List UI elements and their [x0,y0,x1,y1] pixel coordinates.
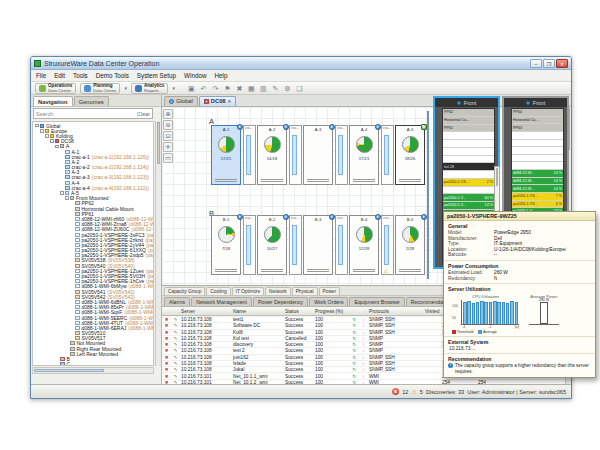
sidebar-tab-genomes[interactable]: Genomes [74,96,109,106]
edit-icon[interactable]: ✎ [171,355,180,360]
crac-unit[interactable]: cra... [243,125,256,185]
crac-unit[interactable]: cra... [381,125,394,185]
rack-slot-pa2050-1-v[interactable]: pa2050-1-V...60 % [443,194,494,202]
warning-icon[interactable]: ⚠ [411,388,416,395]
close-button[interactable]: ✕ [556,59,568,68]
rack-slot[interactable] [443,171,494,179]
layer-tab-physical[interactable]: Physical [292,287,318,296]
expander-icon[interactable]: - [50,139,54,143]
rack-slot-pa2050-1-vs[interactable]: pa2050-1-VS...2 % [443,179,494,187]
rack-slot-pp64[interactable]: PP64 [512,109,563,117]
edit-icon[interactable]: ✎ [171,374,180,379]
edit-icon[interactable]: ✎ [171,336,180,341]
layer-tab-power[interactable]: Power [319,287,341,296]
layer-tab-cooling[interactable]: Cooling [206,287,230,296]
rack-a-3[interactable]: A-3i [303,125,333,185]
minimize-button[interactable]: – [530,59,542,68]
report-icon[interactable]: ▥ [259,84,268,93]
crac-unit[interactable]: cra... [335,215,348,275]
rack-slot[interactable] [512,132,563,140]
menu-item-file[interactable]: File [36,72,46,79]
rack-slot-pp62[interactable]: PP62 [443,109,494,117]
sidebar-tab-navigation[interactable]: Navigation [33,96,73,106]
maximize-button[interactable]: ❐ [543,59,555,68]
rack-slot[interactable] [512,147,563,155]
save-icon[interactable]: ▣ [187,84,196,93]
sidebar-horizontal-scrollbar[interactable] [32,367,154,374]
menu-item-help[interactable]: Help [214,72,227,79]
info-badge-icon[interactable]: i [421,214,427,220]
rack-slot[interactable] [443,187,494,195]
crac-unit[interactable]: cra... [289,215,302,275]
rack-slot[interactable] [512,155,563,163]
zoom-in-tool-icon[interactable]: ⊕ [163,109,173,119]
rack-a-4[interactable]: A-417/21i [349,125,379,185]
rack-slot[interactable] [443,132,494,140]
rack-slot-pp63[interactable]: PP63 [512,124,563,132]
rack-slot-d088-12-w[interactable]: d088-12-W...14 % [512,170,563,178]
undo-icon[interactable]: ↶ [199,84,208,93]
expander-icon[interactable]: - [35,124,39,128]
delete-icon[interactable]: ✖ [162,342,171,347]
search-input[interactable]: Search: [36,111,55,117]
delete-icon[interactable]: ✖ [162,367,171,372]
perspective-button-planning[interactable]: PlanningData Center [80,83,120,94]
layer-tab-it-optimize[interactable]: IT Optimize [232,287,264,296]
rack-slot-d088-12-w[interactable]: d088-12-W...14 % [512,178,563,186]
zoom-out-tool-icon[interactable]: ⊖ [163,120,173,130]
search-box[interactable]: Search: Clear [33,108,153,119]
rack-a-5[interactable]: A-518/26✎ [395,125,425,185]
rack-slot[interactable] [512,140,563,148]
edit-icon[interactable]: ✎ [171,348,180,353]
rack-slot-pa2050-1-v[interactable]: pa2050-1-V...14 % [443,202,494,210]
rack-a-2[interactable]: A-214/18i [257,125,287,185]
expander-icon[interactable]: - [40,129,44,133]
menu-item-system-setup[interactable]: System Setup [137,72,176,79]
delete-icon[interactable]: ✖ [162,330,171,335]
rack-b-1[interactable]: B-17/18i [211,215,241,275]
run-icon[interactable]: ↻ [350,367,359,372]
dock-tab-work-orders[interactable]: Work Orders [309,297,348,307]
menu-item-window[interactable]: Window [184,72,206,79]
rack-slot-kol-28[interactable]: kol-28 [443,163,494,171]
delete-icon[interactable]: ✖ [235,84,244,93]
edit-icon[interactable]: ✎ [171,361,180,366]
run-icon[interactable]: ↻ [350,374,359,379]
zoom-fit-tool-icon[interactable]: ⊡ [163,131,173,141]
column-header-name[interactable]: Name [232,309,284,314]
edit-icon[interactable]: ✎ [171,317,180,322]
expander-icon[interactable]: - [60,191,64,195]
crac-unit[interactable]: cra... [289,125,302,185]
dropdown-arrow-icon[interactable]: ▾ [124,85,127,91]
rack-b-4[interactable]: B-412/28i [349,215,379,275]
expander-icon[interactable]: - [55,145,59,149]
tree-item-c[interactable]: C [33,362,153,366]
redo-icon[interactable]: ↷ [211,84,220,93]
rack-slot-horizontal-ca[interactable]: Horizontal Ca... [443,117,494,125]
rack-slot[interactable] [443,156,494,164]
edit-icon[interactable]: ✎ [171,323,180,328]
run-icon[interactable]: ↻ [350,317,359,322]
delete-icon[interactable]: ✖ [162,361,171,366]
delete-icon[interactable]: ✖ [162,374,171,379]
crac-unit[interactable]: cra...⚠ [381,215,394,275]
rack-a-1[interactable]: A-117/21i [211,125,241,185]
dock-tab-power-dependency[interactable]: Power Dependency [253,297,308,307]
editor-tab-global[interactable]: Global [164,96,198,106]
run-icon[interactable]: ↻ [350,336,359,341]
sidebar-vertical-scrollbar[interactable] [155,121,161,366]
dock-tab-equipment-browser[interactable]: Equipment Browser [349,297,404,307]
rack-slot-d088-12-w[interactable]: d088-12-W...14 % [512,185,563,193]
crac-unit[interactable]: cra... [335,125,348,185]
layers-icon[interactable]: ❏ [295,84,304,93]
tab-close-icon[interactable]: ✕ [228,97,232,106]
menu-item-edit[interactable]: Edit [54,72,65,79]
perspective-button-analytics[interactable]: AnalyticsReports [131,83,168,94]
search-clear-button[interactable]: Clear [137,111,150,117]
dock-tab-network-management[interactable]: Network Management [191,297,252,307]
column-header-server[interactable]: Server [180,309,232,314]
column-header-protocols[interactable]: Protocols [368,309,424,314]
expander-icon[interactable]: - [45,134,49,138]
run-icon[interactable]: ↻ [350,355,359,360]
rack-b-3[interactable]: B-3i [303,215,333,275]
